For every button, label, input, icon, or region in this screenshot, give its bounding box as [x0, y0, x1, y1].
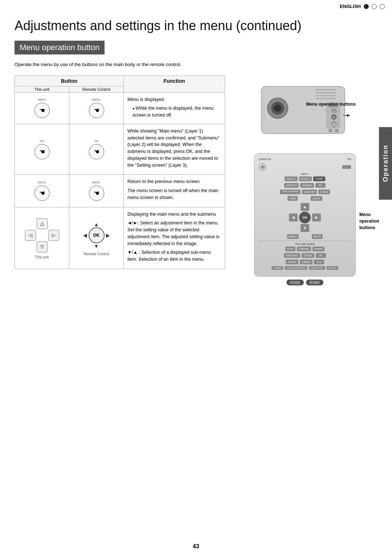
nav-up-row: ▲ — [301, 203, 309, 211]
rs50-badge: RS50 — [286, 280, 304, 285]
gamma-btn[interactable]: GAMMA — [271, 266, 283, 270]
ok-pad-remote: ▲ ◀ OK ▶ ▼ — [69, 207, 124, 269]
hide-btn[interactable]: HIDE — [287, 196, 298, 201]
anamo-btn[interactable]: ANAMO — [300, 183, 314, 188]
3d-btn[interactable]: 3D — [316, 253, 326, 258]
intro-text: Operate the menu by use of the buttons o… — [15, 61, 225, 68]
back-btn-remote: BACK ☚ — [69, 175, 124, 207]
natural-btn[interactable]: NATURAL — [284, 253, 300, 258]
arrow-pad-unit: △ ◁ ▷ ▽ This unit — [15, 207, 69, 269]
menu-func-text: Menu is displayed. While the menu is dis… — [127, 96, 221, 119]
pic-row1: FILM CINEMA ANIME — [259, 247, 351, 251]
nav-right-btn[interactable]: ▶ — [312, 214, 321, 221]
language-label: ENGLISH — [340, 4, 361, 9]
arrow-pad: △ ◁ ▷ ▽ — [25, 218, 59, 252]
lens-control-btn[interactable]: LENS CONTROL — [280, 190, 301, 194]
two-column-layout: Button Function This unit Remote Control… — [15, 76, 374, 285]
this-unit-label: This unit — [35, 255, 49, 259]
hdmi1-btn[interactable]: HDMI 1 — [285, 176, 297, 181]
menu-btn-remote: MENU ☚ — [69, 92, 124, 124]
spacer2 — [300, 234, 310, 239]
table-row: OK ☚ OK ☚ While showing — [15, 124, 225, 175]
arrow-left-btn: ◁ — [25, 230, 36, 241]
svg-rect-7 — [316, 98, 336, 99]
remote-control-device: STAND BY ON ⏻ INPUT HDMI 1 HDMI 2 COMP — [254, 153, 356, 277]
arrow-func-line1: Displaying the main menu and the submenu — [127, 211, 221, 218]
back-remote-btn[interactable]: BACK — [312, 234, 323, 239]
nav-ok-btn[interactable]: OK — [299, 212, 311, 223]
picture-mode-section: PICTURE MODE FILM CINEMA ANIME NATURAL S… — [259, 241, 351, 270]
ok-arrow-left: ◀ — [83, 232, 87, 238]
input-section-label: INPUT — [259, 173, 351, 175]
projector-diagram: INPUT OK MENU BACK — [258, 76, 352, 146]
standby-label: STAND BY — [259, 158, 271, 160]
menu-hand-remote: ☚ — [89, 103, 104, 118]
pc-btn[interactable]: PC — [315, 183, 326, 188]
color-control-btn[interactable]: COLOR CONTROL — [285, 266, 307, 270]
thx-btn[interactable]: THX — [314, 260, 324, 264]
user1-btn[interactable]: USER1 — [286, 260, 298, 264]
ok-hand-unit: ☚ — [34, 144, 50, 159]
arrow-function: Displaying the main menu and the submenu… — [124, 207, 225, 269]
back-func-text: Return to the previous menu screen. The … — [127, 178, 221, 201]
hdmi2-btn[interactable]: HDMI 2 — [299, 176, 312, 181]
menu-back-row: MENU BACK — [259, 234, 351, 239]
arrow-center — [37, 230, 48, 241]
lang-dot-1 — [364, 4, 369, 9]
ok-pad-container: ▲ ◀ OK ▶ ▼ — [72, 220, 121, 256]
anime-btn[interactable]: ANIME — [313, 247, 325, 251]
stage-btn[interactable]: STAGE — [302, 253, 314, 258]
on-indicator — [342, 165, 351, 169]
arrow-func-line3: ▼/▲ : Selection of a displayed sub-menu … — [127, 249, 221, 263]
input-row: HDMI 1 HDMI 2 COMP — [259, 176, 351, 181]
table-row: △ ◁ ▷ ▽ This unit — [15, 207, 225, 269]
svg-rect-4 — [316, 89, 336, 90]
arrow-up-btn: △ — [37, 218, 48, 229]
back-func-line1: Return to the previous menu screen. — [127, 178, 221, 185]
nav-up-btn[interactable]: ▲ — [301, 203, 309, 211]
lens-ap-btn[interactable]: LENS AP — [302, 190, 317, 194]
menu-icon-remote: MENU ☚ — [72, 98, 121, 118]
menu-func-bullet: While the menu is displayed, the menu sc… — [132, 105, 221, 119]
ok-pad: ▲ ◀ OK ▶ ▼ — [83, 221, 110, 249]
back-hand-unit: ☚ — [34, 186, 50, 201]
color-pat-btn[interactable]: COLOR PAT. — [309, 266, 325, 270]
aspect-btn[interactable]: ASPECT — [284, 183, 299, 188]
cmd-btn[interactable]: C.M.D — [318, 190, 330, 194]
ok-icon-remote: OK ☚ — [72, 139, 121, 159]
arrow-down-btn: ▽ — [37, 241, 48, 252]
film-btn[interactable]: FILM — [285, 247, 295, 251]
back-icon-unit: BACK ☚ — [18, 181, 66, 201]
user2-btn[interactable]: USER2 — [300, 260, 313, 264]
spacer — [299, 196, 309, 201]
nav-left-btn[interactable]: ◀ — [289, 214, 298, 221]
on-label: ON — [347, 158, 351, 160]
picture-mode-label: PICTURE MODE — [259, 243, 351, 245]
menu-remote-btn[interactable]: MENU — [287, 234, 299, 239]
nav-down-btn[interactable]: ▼ — [301, 224, 309, 232]
language-bar: ENGLISH — [340, 4, 385, 9]
rs60-badge: RS60 — [306, 280, 323, 285]
hide-row: HIDE LIGHT — [259, 196, 351, 201]
sub-col2-header: Remote Control — [69, 86, 124, 92]
svg-rect-6 — [316, 95, 336, 96]
nav-section: ▲ ◀ OK ▶ ▼ — [259, 203, 351, 232]
aspect-row: ASPECT ANAMO PC — [259, 183, 351, 188]
back-func-line2: The menu screen is turned off when the m… — [127, 187, 221, 201]
remote-control-label: Remote Control — [83, 252, 109, 256]
ok-center-btn: OK — [89, 227, 105, 243]
side-tab-label: Operation — [382, 145, 389, 182]
col2-header: Function — [124, 76, 225, 92]
model-badges: RS50 RS60 — [254, 280, 356, 285]
comp-btn[interactable]: COMP — [313, 176, 325, 181]
ok-icon-unit: OK ☚ — [18, 139, 66, 159]
nav-down-row: ▼ — [301, 224, 309, 232]
ok-row-top: ▲ — [94, 221, 99, 227]
arrow-right-btn: ▷ — [48, 230, 59, 241]
light-btn[interactable]: LIGHT — [311, 196, 322, 201]
pc-adj-btn[interactable]: PC ADJ. — [327, 266, 339, 270]
cinema-btn[interactable]: CINEMA — [297, 247, 311, 251]
arrow-func-line2: ◄/►: Select an adjustment item in the me… — [127, 220, 221, 247]
ok-arrow-up: ▲ — [94, 221, 99, 227]
svg-text:OK: OK — [332, 116, 335, 118]
